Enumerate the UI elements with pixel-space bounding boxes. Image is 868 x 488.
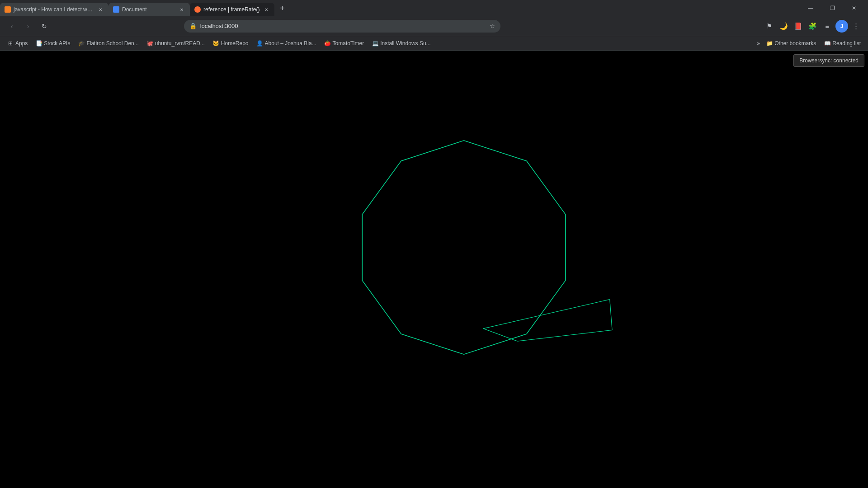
about-icon: 👤 xyxy=(257,40,263,47)
reading-list-icon: 📖 xyxy=(824,40,830,47)
new-tab-button[interactable]: + xyxy=(276,2,289,14)
tab-title-doc: Document xyxy=(122,6,175,13)
minimize-button[interactable]: — xyxy=(800,1,821,15)
back-button[interactable]: ‹ xyxy=(5,20,18,33)
bookmark-star-icon[interactable]: ☆ xyxy=(490,23,495,29)
extra-line-3 xyxy=(518,330,613,341)
windows-icon: 💻 xyxy=(372,40,378,47)
window-controls: — ❐ ✕ xyxy=(800,0,868,16)
ubuntu-icon: 🐙 xyxy=(147,40,153,47)
bookmark-tomato[interactable]: 🍅 TomatoTimer xyxy=(321,38,368,49)
browser-window: javascript - How can I detect wh... ✕ Do… xyxy=(0,0,868,488)
bookmark-ubuntu[interactable]: 🐙 ubuntu_rvm/READ... xyxy=(143,38,208,49)
bookmark-apps-label: Apps xyxy=(15,40,28,47)
extra-line-4 xyxy=(610,300,612,330)
tab-reference[interactable]: reference | frameRate() ✕ xyxy=(190,3,274,16)
polygon-canvas xyxy=(89,51,868,488)
main-polygon xyxy=(363,141,566,354)
bookmark-flatiron[interactable]: 🎓 Flatiron School Den... xyxy=(75,38,142,49)
left-black-panel xyxy=(0,51,89,488)
other-bookmarks-icon: 📁 xyxy=(766,40,773,47)
apps-grid-icon: ⊞ xyxy=(7,40,14,47)
bookmark-homerepo-label: HomeRepo xyxy=(221,40,249,47)
bookmark-reading-label: Reading list xyxy=(832,40,861,47)
address-bar: ‹ › ↻ 🔒 localhost:3000 ☆ ⚑ 🌙 📕 🧩 ≡ J ⋮ xyxy=(0,16,868,36)
extra-line-2 xyxy=(483,328,517,341)
close-button[interactable]: ✕ xyxy=(844,1,864,15)
extensions2-icon[interactable]: 🧩 xyxy=(807,20,819,33)
bookmark-homerepo[interactable]: 🐱 HomeRepo xyxy=(209,38,252,49)
menu-icon[interactable]: ⋮ xyxy=(850,20,863,33)
tab-favicon-ref xyxy=(194,6,201,13)
tab-close-ref[interactable]: ✕ xyxy=(263,6,270,13)
flatiron-icon: 🎓 xyxy=(78,40,85,47)
forward-button[interactable]: › xyxy=(22,20,34,33)
lock-icon: 🔒 xyxy=(189,23,197,29)
bookmark-windows-label: Install Windows Su... xyxy=(380,40,430,47)
bookmark-apps[interactable]: ⊞ Apps xyxy=(4,38,31,49)
bookmark-reading[interactable]: 📖 Reading list xyxy=(821,38,864,49)
profile-button[interactable]: J xyxy=(835,20,848,33)
tab-bar: javascript - How can I detect wh... ✕ Do… xyxy=(0,0,868,16)
tab-title-ref: reference | frameRate() xyxy=(203,6,260,13)
bookmark-tomato-label: TomatoTimer xyxy=(333,40,364,47)
tab-favicon-so xyxy=(5,6,11,13)
bookmarks-bar: ⊞ Apps 📑 Stock APIs 🎓 Flatiron School De… xyxy=(0,36,868,51)
tab-close-doc[interactable]: ✕ xyxy=(178,6,185,13)
tab-stackoverflow[interactable]: javascript - How can I detect wh... ✕ xyxy=(0,3,108,16)
bookmark-about[interactable]: 👤 About – Joshua Bla... xyxy=(253,38,320,49)
maximize-button[interactable]: ❐ xyxy=(822,1,843,15)
bookmark-other[interactable]: 📁 Other bookmarks xyxy=(763,38,820,49)
bookmark-about-label: About – Joshua Bla... xyxy=(265,40,316,47)
bookmark-windows[interactable]: 💻 Install Windows Su... xyxy=(368,38,434,49)
homerepo-icon: 🐱 xyxy=(213,40,219,47)
bookmark-stock-label: Stock APIs xyxy=(44,40,70,47)
tab-close-so[interactable]: ✕ xyxy=(97,6,104,13)
stock-apis-icon: 📑 xyxy=(36,40,42,47)
rss-icon[interactable]: 📕 xyxy=(792,20,805,33)
browser-viewport: Browsersync: connected xyxy=(0,51,868,488)
extra-line-1 xyxy=(483,300,610,329)
tab-title-so: javascript - How can I detect wh... xyxy=(14,6,94,13)
bookmark-flatiron-label: Flatiron School Den... xyxy=(86,40,138,47)
tomato-icon: 🍅 xyxy=(325,40,331,47)
bookmark-stock-apis[interactable]: 📑 Stock APIs xyxy=(32,38,74,49)
toolbar-right: ⚑ 🌙 📕 🧩 ≡ J ⋮ xyxy=(763,20,863,33)
tab-document[interactable]: Document ✕ xyxy=(108,3,190,16)
url-text: localhost:3000 xyxy=(200,23,486,29)
darkmode-icon[interactable]: 🌙 xyxy=(778,20,790,33)
extensions-icon[interactable]: ⚑ xyxy=(763,20,776,33)
reload-button[interactable]: ↻ xyxy=(38,20,51,33)
bookmark-ubuntu-label: ubuntu_rvm/READ... xyxy=(155,40,205,47)
url-bar[interactable]: 🔒 localhost:3000 ☆ xyxy=(184,20,500,33)
canvas-area: Browsersync: connected xyxy=(89,51,868,488)
reading-icon[interactable]: ≡ xyxy=(821,20,834,33)
tab-favicon-doc xyxy=(113,6,119,13)
bookmarks-more[interactable]: » xyxy=(755,38,762,49)
bookmark-other-label: Other bookmarks xyxy=(774,40,816,47)
